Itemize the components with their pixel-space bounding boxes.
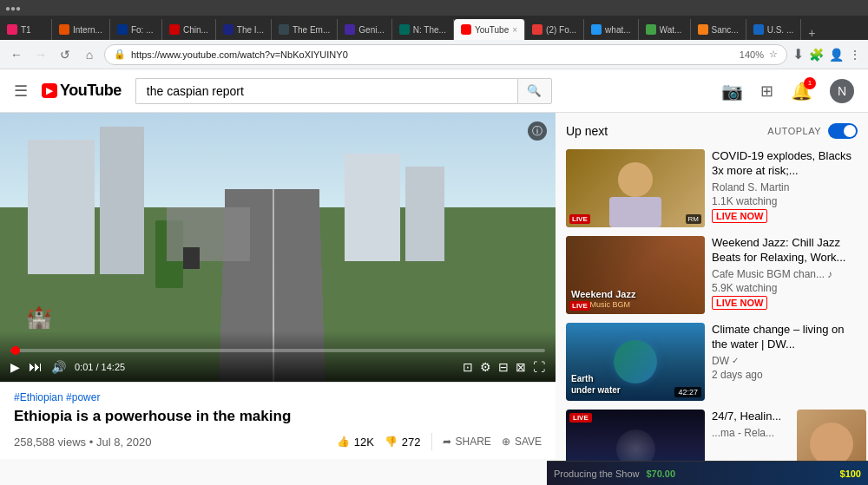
tab-favicon xyxy=(646,24,656,35)
menu-icon[interactable]: ⋮ xyxy=(849,48,861,62)
tab-wat[interactable]: Wat... xyxy=(639,19,691,40)
recommended-item-3[interactable]: Earthunder water 42:27 Climate change – … xyxy=(566,323,858,401)
save-label: SAVE xyxy=(515,436,542,448)
save-button[interactable]: ⊕ SAVE xyxy=(502,436,542,448)
tab-gen[interactable]: Geni... xyxy=(338,19,391,40)
tab-close-icon[interactable]: × xyxy=(512,25,517,35)
tab-fo2[interactable]: (2) Fo... xyxy=(525,19,584,40)
tab-label: N: The... xyxy=(413,25,446,35)
home-button[interactable]: ⌂ xyxy=(80,45,99,64)
search-button[interactable]: 🔍 xyxy=(517,78,552,104)
tab-t1[interactable]: T1 xyxy=(0,19,52,40)
url-text: https://www.youtube.com/watch?v=NbKoXIYU… xyxy=(131,49,734,60)
tab-favicon xyxy=(461,24,471,35)
new-tab-button[interactable]: + xyxy=(801,26,822,40)
tab-us[interactable]: U.S. ... xyxy=(746,19,802,40)
up-next-title: Up next xyxy=(566,124,608,138)
tab-label: Geni... xyxy=(358,25,384,35)
rec-info-1: COVID-19 explodes, Blacks 3x more at ris… xyxy=(712,149,858,227)
channel-name-2: Cafe Music BGM chan... xyxy=(712,268,825,280)
progress-dot xyxy=(11,346,20,355)
share-label: SHARE xyxy=(456,436,491,448)
play-pause-button[interactable]: ▶ xyxy=(10,360,20,374)
live-badge-1: LIVE NOW xyxy=(712,209,767,223)
video-controls: ▶ ⏭ 🔊 0:01 / 14:25 ⊡ ⚙ ⊟ ⊠ ⛶ xyxy=(0,331,556,382)
youtube-logo-icon: ▶ xyxy=(42,83,57,98)
duration-badge-3: 42:27 xyxy=(674,387,701,397)
user-avatar[interactable]: N xyxy=(830,79,854,103)
dislike-button[interactable]: 👎 272 xyxy=(385,436,421,449)
search-input[interactable] xyxy=(135,78,517,104)
autoplay-toggle[interactable] xyxy=(828,123,858,139)
total-time: 14:25 xyxy=(102,362,126,372)
tab-what[interactable]: what... xyxy=(584,19,638,40)
channel-watermark: RM xyxy=(686,214,701,224)
tab-favicon xyxy=(399,24,410,35)
structure xyxy=(167,207,250,261)
rec-thumbnail-2: Weekend Jazz Cafe Music BGM LIVE xyxy=(566,236,705,314)
video-info-button[interactable]: ⓘ xyxy=(528,121,547,141)
reload-button[interactable]: ↺ xyxy=(56,45,75,64)
reload-icon: ↺ xyxy=(60,48,70,62)
settings-button[interactable]: ⚙ xyxy=(480,360,491,374)
tab-favicon xyxy=(698,24,708,35)
progress-bar[interactable] xyxy=(10,349,545,352)
controls-row: ▶ ⏭ 🔊 0:01 / 14:25 ⊡ ⚙ ⊟ ⊠ ⛶ xyxy=(10,359,545,375)
share-icon: ➦ xyxy=(443,436,451,448)
like-button[interactable]: 👍 12K xyxy=(337,436,374,449)
tab-emp[interactable]: The Em... xyxy=(272,19,338,40)
tab-bar: T1 Intern... Fo: ... Chin... The I... Th… xyxy=(0,16,868,40)
profile-icon[interactable]: 👤 xyxy=(829,48,844,62)
current-time: 0:01 xyxy=(75,362,93,372)
progress-fill xyxy=(10,349,16,352)
notifications-icon[interactable]: 🔔 1 xyxy=(791,81,812,102)
tab-fox[interactable]: Fo: ... xyxy=(110,19,162,40)
recommended-item-2[interactable]: Weekend Jazz Cafe Music BGM LIVE Weekend… xyxy=(566,236,858,314)
overpass xyxy=(183,247,200,269)
super-chat-label: Producing the Show xyxy=(556,469,639,479)
subtitles-button[interactable]: ⊡ xyxy=(463,360,473,374)
tab-sanc[interactable]: Sanc... xyxy=(691,19,746,40)
tab-internet[interactable]: Intern... xyxy=(52,19,110,40)
youtube-logo[interactable]: ▶ YouTube xyxy=(42,82,122,100)
theater-button[interactable]: ⊠ xyxy=(516,360,526,374)
skip-button[interactable]: ⏭ xyxy=(29,359,43,375)
rec-title-1: COVID-19 explodes, Blacks 3x more at ris… xyxy=(712,149,858,179)
channel-name-3: DW xyxy=(712,355,729,367)
recommended-item-1[interactable]: LIVE RM COVID-19 explodes, Blacks 3x mor… xyxy=(566,149,858,227)
volume-button[interactable]: 🔊 xyxy=(51,360,66,374)
rec-info-3: Climate change – living on the water | D… xyxy=(712,323,858,401)
forward-button[interactable]: → xyxy=(31,45,50,64)
tab-favicon xyxy=(345,24,355,35)
youtube-logo-text: YouTube xyxy=(60,82,122,100)
person-body xyxy=(609,197,661,227)
tab-youtube[interactable]: YouTube × xyxy=(454,19,525,40)
extensions-icon[interactable]: 🧩 xyxy=(809,48,824,62)
apps-icon[interactable]: ⊞ xyxy=(760,82,773,101)
rec-channel-3: DW ✓ xyxy=(712,355,858,367)
miniplayer-button[interactable]: ⊟ xyxy=(498,360,509,374)
share-button[interactable]: ➦ SHARE xyxy=(443,436,491,448)
address-bar[interactable]: 🔒 https://www.youtube.com/watch?v=NbKoXI… xyxy=(104,44,787,65)
tab-the[interactable]: The I... xyxy=(216,19,272,40)
video-player[interactable]: 🏰 ⓘ ▶ ⏭ 🔊 0:01 / 14:25 xyxy=(0,113,556,382)
rec-watching-2: 5.9K watching xyxy=(712,282,858,294)
download-icon[interactable]: ⬇ xyxy=(792,46,804,62)
right-controls: ⊡ ⚙ ⊟ ⊠ ⛶ xyxy=(463,360,545,374)
fullscreen-button[interactable]: ⛶ xyxy=(533,360,545,374)
sidebar-toggle-button[interactable]: ☰ xyxy=(14,82,28,101)
forward-icon: → xyxy=(35,48,47,62)
sidebar: Up next AUTOPLAY LIVE RM COVID-19 e xyxy=(556,113,868,485)
tab-favicon xyxy=(279,24,289,35)
header-right: 📷 ⊞ 🔔 1 N xyxy=(721,79,854,103)
tab-label: T1 xyxy=(21,25,31,35)
autoplay-row: AUTOPLAY xyxy=(767,123,858,139)
star-icon[interactable]: ☆ xyxy=(769,49,778,60)
tab-the2[interactable]: N: The... xyxy=(392,19,454,40)
tab-favicon xyxy=(117,24,128,35)
back-button[interactable]: ← xyxy=(7,45,26,64)
upload-video-icon[interactable]: 📷 xyxy=(721,81,743,102)
super-chat-amount: $70.00 xyxy=(646,469,675,479)
tab-cnn[interactable]: Chin... xyxy=(162,19,216,40)
video-title: Ethiopia is a powerhouse in the making xyxy=(14,407,542,426)
